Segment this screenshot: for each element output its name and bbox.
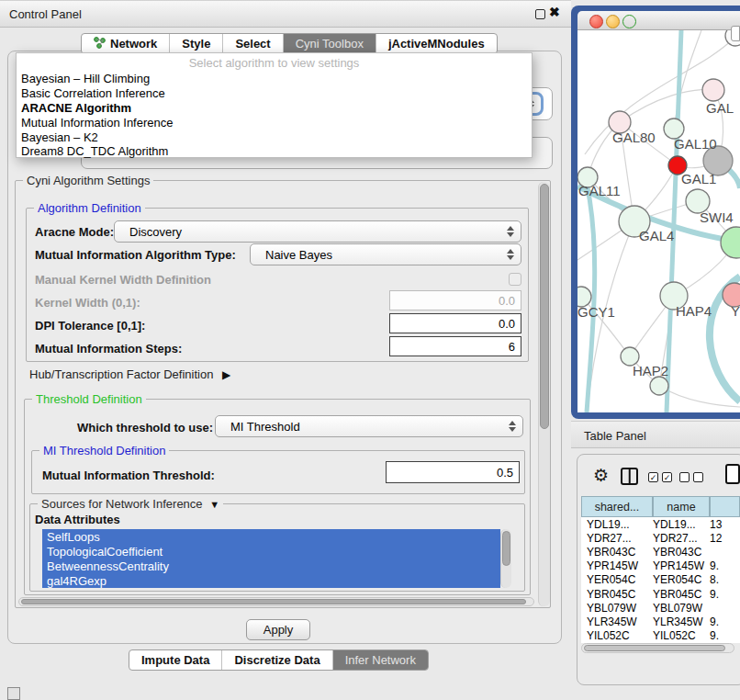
table-row[interactable]: YDL19...YDL19...13 <box>581 517 740 531</box>
apply-button[interactable]: Apply <box>246 619 310 640</box>
table-row[interactable]: YDR27...YDR27...12 <box>581 531 740 545</box>
combo-spinner-icon <box>507 249 514 260</box>
hub-definition-toggle[interactable]: Hub/Transcription Factor Definition ▶ <box>29 367 230 381</box>
column-header-cutoff[interactable] <box>710 496 740 517</box>
settings-scrollbar-thumb[interactable] <box>540 184 549 429</box>
tab-impute-data[interactable]: Impute Data <box>129 650 222 670</box>
algorithm-dropdown-placeholder: Select algorithm to view settings <box>17 56 532 70</box>
algorithm-option[interactable]: Dream8 DC_TDC Algorithm <box>21 144 168 158</box>
attributes-scrollbar-vertical[interactable] <box>500 529 511 588</box>
mi-threshold-label: Mutual Information Threshold: <box>42 469 215 482</box>
column-header-name[interactable]: name <box>653 496 710 517</box>
tab-network[interactable]: Network <box>82 34 170 53</box>
table-row[interactable]: YER054CYER054C8. <box>581 573 740 587</box>
algorithm-option[interactable]: Basic Correlation Inference <box>21 86 165 100</box>
node-label: GAL4 <box>639 228 674 243</box>
app-window: Control Panel ✖ Network Style Select Cyn… <box>0 0 740 700</box>
dpi-tolerance-field[interactable]: 0.0 <box>389 313 521 333</box>
attribute-item-selected[interactable]: SelfLoops <box>47 530 100 544</box>
node-gal[interactable] <box>702 79 724 101</box>
table-row[interactable]: YBR045CYBR045C9. <box>581 587 740 601</box>
table-row[interactable]: YPR145WYPR145W9. <box>581 559 740 573</box>
tab-jactivemnodules[interactable]: jActiveMNodules <box>376 34 497 53</box>
panel-dock-icon[interactable] <box>7 687 20 700</box>
algorithm-option[interactable]: Mutual Information Inference <box>21 116 173 130</box>
algorithm-option[interactable]: Bayesian – K2 <box>21 130 98 144</box>
gear-icon[interactable]: ⚙ <box>593 467 609 484</box>
column-header-shared[interactable]: shared... <box>581 496 653 517</box>
table-panel-titlebar: Table Panel <box>571 421 740 448</box>
table-row[interactable]: YLR345WYLR345W9. <box>581 615 740 628</box>
node-unlabeled[interactable] <box>650 377 668 395</box>
select-all-checkbox-icon[interactable]: ✓ <box>662 472 672 482</box>
cell-name: YDR27... <box>653 532 710 545</box>
tab-infer-network[interactable]: Infer Network <box>333 650 428 670</box>
attribute-item-selected[interactable]: gal4RGexp <box>47 574 107 588</box>
attributes-scrollbar-thumb[interactable] <box>502 531 510 566</box>
table-scrollbar-horizontal[interactable] <box>581 643 734 653</box>
attribute-item-selected[interactable]: TopologicalCoefficient <box>47 545 163 559</box>
cell-name: YLR345W <box>653 615 710 628</box>
tab-style-label: Style <box>182 37 210 51</box>
deselect-checkbox-icon[interactable] <box>679 472 690 482</box>
zoom-traffic-light-icon[interactable] <box>622 15 636 28</box>
cell-value: 13 <box>710 518 740 531</box>
tab-cyni-toolbox[interactable]: Cyni Toolbox <box>284 34 376 53</box>
close-traffic-light-icon[interactable] <box>589 15 603 28</box>
table-panel-title: Table Panel <box>584 429 646 443</box>
tab-infer-network-label: Infer Network <box>345 653 416 667</box>
kernel-width-field[interactable]: 0.0 <box>389 290 521 310</box>
settings-hscrollbar-thumb[interactable] <box>21 599 526 604</box>
which-threshold-combo[interactable]: MI Threshold <box>215 415 523 437</box>
algorithm-dropdown-popup: Select algorithm to view settings Bayesi… <box>16 52 533 158</box>
tab-style[interactable]: Style <box>170 34 223 53</box>
cell-shared: YPR145W <box>581 559 653 572</box>
mi-steps-field[interactable]: 6 <box>389 336 521 356</box>
node-swi4[interactable] <box>721 227 740 258</box>
table-row[interactable]: YBL079WYBL079W <box>581 601 740 615</box>
mi-threshold-definition-title: MI Threshold Definition <box>39 444 169 457</box>
data-attributes-list[interactable]: SelfLoops TopologicalCoefficient Between… <box>42 529 500 588</box>
tab-select[interactable]: Select <box>223 34 283 53</box>
float-panel-icon[interactable] <box>535 9 545 19</box>
manual-kernel-width-checkbox[interactable] <box>509 273 521 286</box>
deselect-checkbox-icon[interactable] <box>693 472 703 482</box>
dpi-tolerance-value: 0.0 <box>499 317 515 331</box>
node-label: GAL <box>706 100 734 116</box>
table-row[interactable]: YIL052CYIL052C9. <box>581 629 740 643</box>
aracne-mode-combo[interactable]: Discovery <box>114 220 521 243</box>
table-hscrollbar-thumb[interactable] <box>584 645 725 651</box>
network-window-titlebar[interactable] <box>577 11 740 30</box>
columns-icon[interactable] <box>621 468 638 485</box>
select-all-checkbox-icon[interactable]: ✓ <box>648 472 658 482</box>
algorithm-option[interactable]: Bayesian – Hill Climbing <box>21 72 150 85</box>
sources-group-title[interactable]: Sources for Network Inference ▼ <box>38 497 223 511</box>
cell-value: 9. <box>710 615 740 628</box>
cell-value: 8. <box>710 573 740 586</box>
settings-scrollbar-vertical[interactable] <box>538 182 550 606</box>
node-label: HAP2 <box>633 363 668 378</box>
algorithm-option-selected[interactable]: ARACNE Algorithm <box>21 101 131 115</box>
hub-definition-label: Hub/Transcription Factor Definition <box>29 367 213 381</box>
tab-impute-data-label: Impute Data <box>141 653 209 667</box>
tab-network-label: Network <box>110 37 157 51</box>
attribute-item-selected[interactable]: BetweennessCentrality <box>47 559 169 573</box>
close-icon[interactable]: ✖ <box>549 5 560 19</box>
mi-threshold-field[interactable]: 0.5 <box>386 461 520 483</box>
settings-scrollbar-horizontal[interactable] <box>18 597 534 606</box>
document-icon[interactable] <box>725 464 740 484</box>
network-graph: GAL GAL80 GAL10 GAL1 SWI4 GAL11 GAL4 GCY… <box>577 30 740 412</box>
tab-discretize-data[interactable]: Discretize Data <box>222 650 332 670</box>
cell-name: YBL079W <box>653 602 710 615</box>
node-label: Y <box>731 303 740 319</box>
node-table[interactable]: shared... name YDL19...YDL19...13 YDR27.… <box>581 496 740 643</box>
mi-algorithm-type-label: Mutual Information Algorithm Type: <box>35 248 236 262</box>
algorithm-definition-title: Algorithm Definition <box>34 201 145 215</box>
minimize-traffic-light-icon[interactable] <box>606 15 620 28</box>
cell-name: YDL19... <box>653 518 710 531</box>
threshold-definition-title: Threshold Definition <box>32 392 146 406</box>
mi-algorithm-type-combo[interactable]: Naive Bayes <box>250 243 521 265</box>
table-row[interactable]: YBR043CYBR043C <box>581 545 740 559</box>
network-canvas[interactable]: GAL GAL80 GAL10 GAL1 SWI4 GAL11 GAL4 GCY… <box>577 30 740 412</box>
cell-name: YIL052C <box>653 629 710 642</box>
